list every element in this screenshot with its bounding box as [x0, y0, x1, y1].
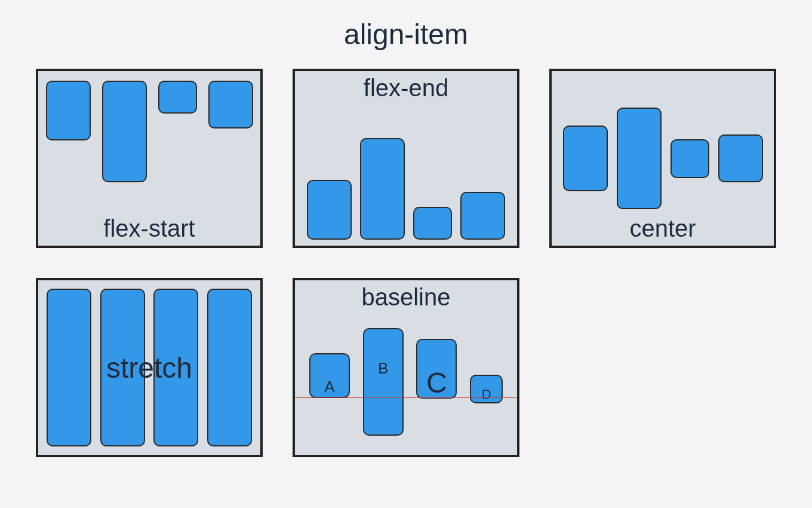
- boxes-baseline: ABCD: [295, 280, 517, 455]
- flex-item: [563, 126, 608, 191]
- flex-item: [208, 81, 253, 128]
- page-title: align-item: [0, 0, 812, 63]
- label-flex-end: flex-end: [364, 75, 448, 102]
- panel-stretch: stretch: [36, 278, 263, 457]
- panel-flex-end: flex-end: [293, 69, 519, 248]
- flex-item: [360, 138, 405, 240]
- box-letter: A: [324, 379, 334, 394]
- panel-grid: flex-start flex-end center stretch basel…: [0, 63, 812, 463]
- flex-item: [718, 134, 763, 182]
- flex-item: A: [309, 353, 350, 398]
- baseline-rule-line: [295, 397, 517, 398]
- box-letter: B: [378, 360, 388, 376]
- flex-item: C: [416, 339, 457, 399]
- panel-center: center: [549, 69, 776, 248]
- flex-item: [158, 81, 197, 114]
- flex-item: [102, 81, 147, 182]
- label-flex-start: flex-start: [103, 215, 195, 242]
- flex-item: [46, 81, 91, 140]
- flex-item: [460, 192, 505, 240]
- panel-baseline: baseline ABCD: [293, 278, 519, 457]
- flex-item: [47, 289, 91, 446]
- flex-item: [670, 139, 709, 178]
- flex-item: [307, 180, 352, 240]
- label-stretch: stretch: [106, 351, 192, 384]
- flex-item: [207, 289, 252, 446]
- box-letter: D: [482, 388, 491, 401]
- label-center: center: [629, 215, 696, 242]
- flex-item: [413, 207, 452, 240]
- box-letter: C: [426, 369, 447, 397]
- flex-item: [617, 108, 662, 209]
- flex-item: D: [470, 375, 503, 403]
- flex-item: B: [363, 328, 404, 436]
- panel-flex-start: flex-start: [36, 69, 263, 248]
